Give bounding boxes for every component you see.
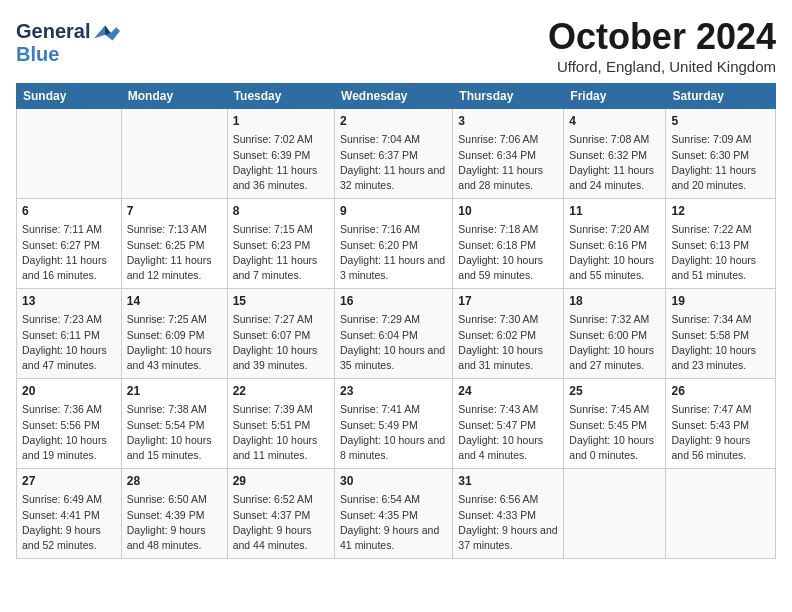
calendar-cell: 20Sunrise: 7:36 AMSunset: 5:56 PMDayligh… xyxy=(17,379,122,469)
calendar-cell: 6Sunrise: 7:11 AMSunset: 6:27 PMDaylight… xyxy=(17,199,122,289)
day-info-text: Sunrise: 7:45 AM xyxy=(569,402,660,417)
day-info-text: Daylight: 11 hours and 16 minutes. xyxy=(22,253,116,283)
day-info-text: Daylight: 11 hours and 32 minutes. xyxy=(340,163,447,193)
day-info-text: Daylight: 10 hours and 39 minutes. xyxy=(233,343,329,373)
day-info-text: Sunrise: 6:56 AM xyxy=(458,492,558,507)
day-number: 13 xyxy=(22,293,116,310)
logo: General Blue xyxy=(16,20,120,66)
day-info-text: Sunrise: 7:47 AM xyxy=(671,402,770,417)
day-number: 7 xyxy=(127,203,222,220)
calendar-table: SundayMondayTuesdayWednesdayThursdayFrid… xyxy=(16,83,776,559)
calendar-cell: 13Sunrise: 7:23 AMSunset: 6:11 PMDayligh… xyxy=(17,289,122,379)
day-info-text: Sunrise: 7:23 AM xyxy=(22,312,116,327)
day-number: 16 xyxy=(340,293,447,310)
day-info-text: Sunset: 6:02 PM xyxy=(458,328,558,343)
day-info-text: Sunset: 5:56 PM xyxy=(22,418,116,433)
day-info-text: Sunset: 4:41 PM xyxy=(22,508,116,523)
day-info-text: Sunset: 5:47 PM xyxy=(458,418,558,433)
day-info-text: Sunset: 6:23 PM xyxy=(233,238,329,253)
day-info-text: Sunrise: 7:25 AM xyxy=(127,312,222,327)
day-info-text: Sunset: 6:20 PM xyxy=(340,238,447,253)
day-info-text: Sunset: 4:37 PM xyxy=(233,508,329,523)
day-info-text: Sunrise: 7:20 AM xyxy=(569,222,660,237)
weekday-header: Saturday xyxy=(666,84,776,109)
calendar-cell xyxy=(17,109,122,199)
day-info-text: Sunrise: 7:36 AM xyxy=(22,402,116,417)
day-info-text: Sunset: 6:04 PM xyxy=(340,328,447,343)
weekday-header: Friday xyxy=(564,84,666,109)
day-info-text: Sunset: 6:34 PM xyxy=(458,148,558,163)
day-number: 17 xyxy=(458,293,558,310)
day-info-text: Daylight: 10 hours and 23 minutes. xyxy=(671,343,770,373)
day-number: 28 xyxy=(127,473,222,490)
day-info-text: Daylight: 10 hours and 59 minutes. xyxy=(458,253,558,283)
day-number: 18 xyxy=(569,293,660,310)
day-info-text: Sunset: 5:43 PM xyxy=(671,418,770,433)
weekday-header: Thursday xyxy=(453,84,564,109)
day-info-text: Sunset: 6:39 PM xyxy=(233,148,329,163)
day-info-text: Sunset: 5:45 PM xyxy=(569,418,660,433)
day-info-text: Sunset: 5:51 PM xyxy=(233,418,329,433)
day-number: 15 xyxy=(233,293,329,310)
day-info-text: Sunrise: 7:27 AM xyxy=(233,312,329,327)
day-info-text: Sunset: 6:25 PM xyxy=(127,238,222,253)
day-info-text: Daylight: 10 hours and 27 minutes. xyxy=(569,343,660,373)
day-info-text: Sunrise: 7:39 AM xyxy=(233,402,329,417)
calendar-cell: 26Sunrise: 7:47 AMSunset: 5:43 PMDayligh… xyxy=(666,379,776,469)
day-number: 9 xyxy=(340,203,447,220)
day-info-text: Sunset: 6:09 PM xyxy=(127,328,222,343)
day-info-text: Daylight: 9 hours and 52 minutes. xyxy=(22,523,116,553)
day-info-text: Daylight: 9 hours and 56 minutes. xyxy=(671,433,770,463)
day-info-text: Daylight: 10 hours and 55 minutes. xyxy=(569,253,660,283)
calendar-cell: 17Sunrise: 7:30 AMSunset: 6:02 PMDayligh… xyxy=(453,289,564,379)
day-info-text: Sunset: 5:58 PM xyxy=(671,328,770,343)
calendar-week-row: 13Sunrise: 7:23 AMSunset: 6:11 PMDayligh… xyxy=(17,289,776,379)
calendar-cell: 12Sunrise: 7:22 AMSunset: 6:13 PMDayligh… xyxy=(666,199,776,289)
calendar-cell: 4Sunrise: 7:08 AMSunset: 6:32 PMDaylight… xyxy=(564,109,666,199)
day-info-text: Sunset: 6:07 PM xyxy=(233,328,329,343)
day-number: 8 xyxy=(233,203,329,220)
day-number: 22 xyxy=(233,383,329,400)
day-info-text: Sunset: 6:32 PM xyxy=(569,148,660,163)
day-info-text: Sunset: 4:33 PM xyxy=(458,508,558,523)
day-info-text: Daylight: 10 hours and 51 minutes. xyxy=(671,253,770,283)
calendar-cell: 7Sunrise: 7:13 AMSunset: 6:25 PMDaylight… xyxy=(121,199,227,289)
calendar-week-row: 27Sunrise: 6:49 AMSunset: 4:41 PMDayligh… xyxy=(17,469,776,559)
day-info-text: Sunrise: 7:11 AM xyxy=(22,222,116,237)
calendar-cell: 25Sunrise: 7:45 AMSunset: 5:45 PMDayligh… xyxy=(564,379,666,469)
day-number: 14 xyxy=(127,293,222,310)
calendar-cell: 21Sunrise: 7:38 AMSunset: 5:54 PMDayligh… xyxy=(121,379,227,469)
day-info-text: Sunrise: 7:38 AM xyxy=(127,402,222,417)
logo-general: General xyxy=(16,20,90,43)
calendar-cell: 10Sunrise: 7:18 AMSunset: 6:18 PMDayligh… xyxy=(453,199,564,289)
day-info-text: Sunrise: 7:04 AM xyxy=(340,132,447,147)
calendar-cell: 16Sunrise: 7:29 AMSunset: 6:04 PMDayligh… xyxy=(335,289,453,379)
day-info-text: Daylight: 10 hours and 15 minutes. xyxy=(127,433,222,463)
calendar-week-row: 6Sunrise: 7:11 AMSunset: 6:27 PMDaylight… xyxy=(17,199,776,289)
day-info-text: Daylight: 9 hours and 41 minutes. xyxy=(340,523,447,553)
day-number: 5 xyxy=(671,113,770,130)
day-info-text: Daylight: 10 hours and 35 minutes. xyxy=(340,343,447,373)
day-number: 20 xyxy=(22,383,116,400)
day-info-text: Daylight: 10 hours and 19 minutes. xyxy=(22,433,116,463)
calendar-week-row: 20Sunrise: 7:36 AMSunset: 5:56 PMDayligh… xyxy=(17,379,776,469)
day-info-text: Daylight: 10 hours and 43 minutes. xyxy=(127,343,222,373)
day-info-text: Sunrise: 6:49 AM xyxy=(22,492,116,507)
calendar-cell: 2Sunrise: 7:04 AMSunset: 6:37 PMDaylight… xyxy=(335,109,453,199)
day-info-text: Daylight: 11 hours and 12 minutes. xyxy=(127,253,222,283)
calendar-cell: 29Sunrise: 6:52 AMSunset: 4:37 PMDayligh… xyxy=(227,469,334,559)
calendar-cell: 24Sunrise: 7:43 AMSunset: 5:47 PMDayligh… xyxy=(453,379,564,469)
day-number: 3 xyxy=(458,113,558,130)
day-info-text: Sunset: 6:30 PM xyxy=(671,148,770,163)
day-info-text: Sunset: 5:49 PM xyxy=(340,418,447,433)
day-number: 1 xyxy=(233,113,329,130)
weekday-header: Wednesday xyxy=(335,84,453,109)
day-info-text: Sunrise: 7:43 AM xyxy=(458,402,558,417)
day-number: 27 xyxy=(22,473,116,490)
calendar-cell xyxy=(121,109,227,199)
day-info-text: Sunrise: 7:09 AM xyxy=(671,132,770,147)
day-info-text: Sunrise: 7:41 AM xyxy=(340,402,447,417)
calendar-cell: 8Sunrise: 7:15 AMSunset: 6:23 PMDaylight… xyxy=(227,199,334,289)
day-number: 30 xyxy=(340,473,447,490)
day-info-text: Sunrise: 7:16 AM xyxy=(340,222,447,237)
